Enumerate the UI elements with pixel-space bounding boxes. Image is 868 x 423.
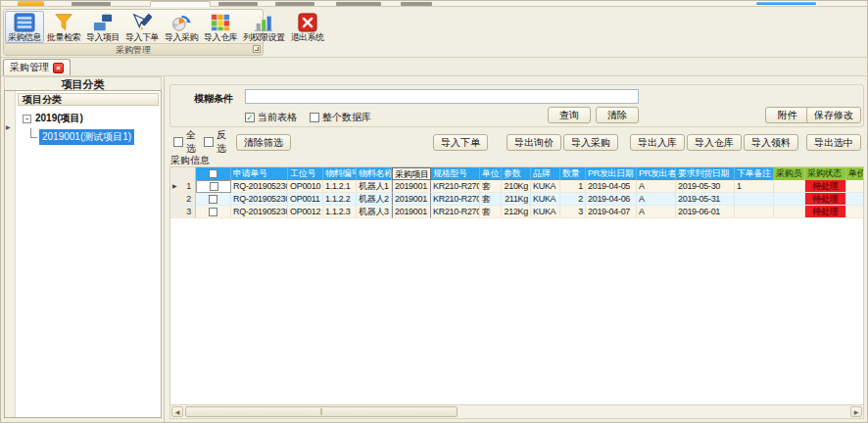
ribbon-tab-active[interactable] — [150, 1, 211, 7]
row-checkbox-icon[interactable] — [209, 208, 217, 216]
cell-下单备注[interactable] — [735, 193, 774, 206]
row-checkbox-cell[interactable] — [196, 206, 231, 218]
checkbox-current-table[interactable]: 当前表格 — [245, 111, 297, 124]
ribbon-button-bar-chart[interactable]: 列权限设置 — [240, 11, 288, 43]
cell-采购员[interactable] — [774, 180, 805, 193]
ribbon-button-mosaic[interactable]: 导入仓库 — [201, 11, 240, 43]
tab-procurement-management[interactable]: 采购管理 × — [3, 59, 71, 75]
cell-工位号[interactable]: OP0011 — [288, 193, 323, 206]
cell-单价[interactable] — [846, 206, 864, 218]
ribbon-button-funnel[interactable]: 批量检索 — [44, 11, 83, 43]
cell-采购员[interactable] — [774, 193, 805, 206]
row-checkbox-cell[interactable] — [196, 180, 231, 193]
cell-申请单号[interactable]: RQ-201905230002 — [231, 193, 288, 206]
grid-header-要求到货日期[interactable]: 要求到货日期 — [676, 167, 735, 180]
tree-node-2019[interactable]: - 2019(项目) — [23, 112, 160, 125]
cell-参数[interactable]: 211Kg — [502, 193, 531, 206]
table-row[interactable]: 3RQ-201905230003OP00121.1.2.3机器人32019001… — [170, 206, 863, 218]
collapse-icon[interactable]: - — [23, 115, 31, 123]
cell-规格型号[interactable]: KR210-R2700 — [431, 180, 480, 193]
cell-物料编号[interactable]: 1.1.2.1 — [323, 180, 357, 193]
checkbox-icon[interactable] — [310, 113, 319, 122]
ribbon-tab[interactable] — [218, 2, 258, 6]
grid-header-checkbox[interactable] — [196, 167, 231, 180]
grid-header-参数[interactable]: 参数 — [502, 167, 531, 180]
grid-header-物料编号[interactable]: 物料编号 — [323, 167, 357, 180]
ribbon-tab[interactable] — [72, 2, 111, 6]
row-checkbox-cell[interactable] — [196, 193, 231, 206]
cell-数量[interactable]: 3 — [560, 206, 586, 218]
action-button-6[interactable]: 导入领料 — [744, 134, 798, 151]
cell-采购状态[interactable]: 待处理 — [805, 206, 846, 218]
grid-header-申请单号[interactable]: 申请单号 — [231, 167, 288, 180]
checkbox-select-all[interactable]: 全选 — [173, 128, 196, 156]
cell-单位[interactable]: 套 — [480, 193, 502, 206]
attachment-button[interactable]: 附件 — [765, 107, 810, 123]
cell-规格型号[interactable]: KR210-R2702 — [431, 206, 480, 218]
grid-header-PR发出者[interactable]: PR发出者 — [637, 167, 676, 180]
cell-下单备注[interactable] — [735, 206, 774, 218]
cell-品牌[interactable]: KUKA — [531, 206, 560, 218]
ribbon-tab[interactable] — [336, 2, 381, 6]
cell-申请单号[interactable]: RQ-201905230001 — [231, 180, 288, 193]
grid-header-PR发出日期[interactable]: PR发出日期 — [586, 167, 637, 180]
table-row[interactable]: ▶1RQ-201905230001OP00101.1.2.1机器人1201900… — [170, 180, 863, 193]
cell-品牌[interactable]: KUKA — [531, 193, 560, 206]
cell-PR发出日期[interactable]: 2019-04-07 — [586, 206, 637, 218]
cell-单位[interactable]: 套 — [480, 206, 502, 218]
grid-header-采购员[interactable]: 采购员 — [774, 167, 805, 180]
cell-数量[interactable]: 2 — [560, 193, 586, 206]
scrollbar-thumb[interactable] — [185, 406, 458, 417]
grid-header-品牌[interactable]: 品牌 — [531, 167, 560, 180]
grid-header-采购项目[interactable]: 采购项目 — [392, 167, 431, 180]
scroll-right-icon[interactable]: ▶ — [850, 406, 862, 417]
window-control-widget[interactable] — [755, 1, 817, 6]
horizontal-scrollbar[interactable]: ◀ ▶ — [169, 404, 864, 419]
dialog-launcher-icon[interactable] — [253, 45, 261, 53]
action-button-3[interactable]: 导入采购 — [563, 134, 618, 151]
grid-header-工位号[interactable]: 工位号 — [288, 167, 323, 180]
grid-header-数量[interactable]: 数量 — [560, 167, 586, 180]
cell-物料编号[interactable]: 1.1.2.2 — [323, 193, 357, 206]
clear-button[interactable]: 清除 — [596, 107, 639, 123]
ribbon-tab[interactable] — [401, 2, 432, 6]
ribbon-tab[interactable] — [275, 2, 314, 6]
action-button-7[interactable]: 导出选中 — [806, 134, 861, 151]
ribbon-button-pencil[interactable]: 导入下单 — [122, 11, 162, 43]
ribbon-button-list[interactable]: 采购信息 — [5, 11, 44, 43]
cell-PR发出日期[interactable]: 2019-04-06 — [586, 193, 637, 206]
action-button-5[interactable]: 导入仓库 — [687, 134, 742, 151]
ribbon-button-exit[interactable]: 退出系统 — [288, 11, 327, 43]
grid-header-采购状态[interactable]: 采购状态 — [805, 167, 846, 180]
clear-filter-button[interactable]: 清除筛选 — [236, 134, 291, 151]
app-menu-button[interactable] — [18, 1, 44, 6]
checkbox-whole-database[interactable]: 整个数据库 — [310, 111, 371, 124]
cell-PR发出者[interactable]: A — [637, 193, 676, 206]
grid-header-物料名称[interactable]: 物料名称 — [357, 167, 392, 180]
action-button-4[interactable]: 导出入库 — [630, 134, 685, 151]
cell-要求到货日期[interactable]: 2019-06-01 — [676, 206, 735, 218]
cell-数量[interactable]: 1 — [560, 180, 586, 193]
cell-下单备注[interactable]: 1 — [735, 180, 774, 193]
cell-物料名称[interactable]: 机器人2 — [357, 193, 392, 206]
grid-header-单位[interactable]: 单位 — [480, 167, 502, 180]
table-row[interactable]: 2RQ-201905230002OP00111.1.2.2机器人22019001… — [170, 193, 863, 206]
grid-header-下单备注[interactable]: 下单备注 — [735, 167, 774, 180]
row-checkbox-icon[interactable] — [209, 195, 217, 204]
cell-采购状态[interactable]: 待处理 — [805, 180, 846, 193]
query-button[interactable]: 查询 — [548, 107, 591, 123]
cell-参数[interactable]: 210Kg — [502, 180, 531, 193]
cell-PR发出日期[interactable]: 2019-04-05 — [586, 180, 637, 193]
cell-工位号[interactable]: OP0010 — [288, 180, 323, 193]
cell-单价[interactable] — [846, 193, 864, 206]
cell-规格型号[interactable]: KR210-R2701 — [431, 193, 480, 206]
scroll-left-icon[interactable]: ◀ — [171, 406, 183, 417]
action-button-1[interactable]: 导入下单 — [433, 134, 488, 151]
cell-要求到货日期[interactable]: 2019-05-30 — [676, 180, 735, 193]
checkbox-icon[interactable] — [173, 137, 183, 147]
cell-要求到货日期[interactable]: 2019-05-31 — [676, 193, 735, 206]
row-checkbox-icon[interactable] — [210, 182, 218, 191]
action-button-2[interactable]: 导出询价 — [506, 134, 561, 151]
grid-header-规格型号[interactable]: 规格型号 — [431, 167, 480, 180]
fuzzy-condition-input[interactable] — [245, 89, 639, 104]
